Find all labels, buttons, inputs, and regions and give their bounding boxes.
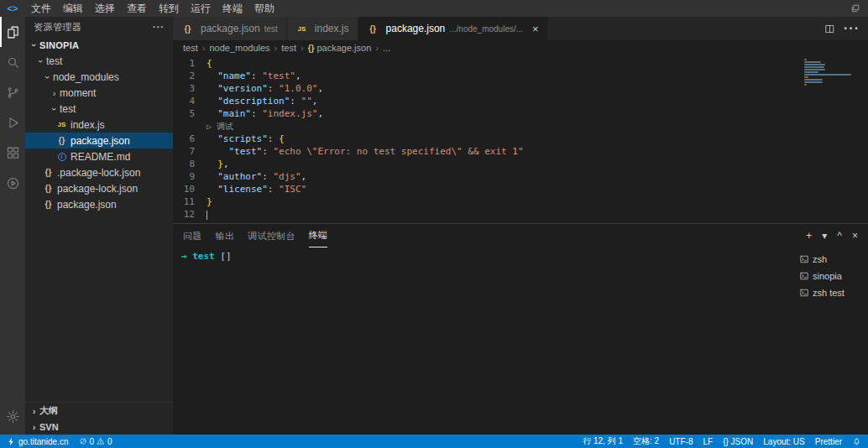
restore-window-icon[interactable]	[843, 3, 868, 13]
tree-item[interactable]: ›test	[25, 53, 173, 69]
tree-item-label: package.json	[57, 199, 117, 211]
maximize-panel-icon[interactable]: ^	[837, 230, 842, 242]
tree-item[interactable]: {}package.json	[25, 196, 173, 212]
panel-tab[interactable]: 终端	[309, 224, 328, 247]
close-panel-icon[interactable]: ×	[852, 230, 858, 242]
status-item[interactable]: UTF-8	[669, 437, 693, 446]
status-item[interactable]: Layout: US	[763, 437, 804, 446]
code-line[interactable]: 5 "main": "index.js",	[173, 107, 868, 120]
status-item[interactable]: 空格: 2	[633, 435, 659, 447]
tab-hint: .../node_modules/...	[449, 24, 523, 34]
explorer-sidebar: 资源管理器 ··· ›SINOPIA›test›node_modules›mom…	[25, 17, 173, 435]
menu-item[interactable]: 选择	[89, 3, 121, 14]
menu-item[interactable]: 查看	[121, 3, 153, 14]
search-icon[interactable]	[0, 47, 25, 77]
code-line[interactable]: 12	[173, 208, 868, 221]
panel-tab[interactable]: 调试控制台	[248, 224, 295, 247]
tree-item[interactable]: {}package.json	[25, 133, 173, 148]
source-control-icon[interactable]	[0, 77, 25, 107]
breadcrumb-item[interactable]: ...	[383, 43, 390, 53]
readme-info-icon: i	[55, 153, 68, 161]
code-line[interactable]: 10 "license": "ISC"	[173, 183, 868, 195]
breadcrumb-item[interactable]: {}package.json	[308, 43, 372, 53]
code-line[interactable]: 8 },	[173, 158, 868, 170]
tree-item[interactable]: {}package-lock.json	[25, 180, 173, 196]
tab[interactable]: {}package.json.../node_modules/...×	[358, 17, 548, 40]
status-item[interactable]: 行 12, 列 1	[583, 435, 623, 447]
run-debug-icon[interactable]	[0, 107, 25, 138]
menu-item[interactable]: 运行	[185, 3, 217, 14]
code-line[interactable]: 2 "name": "test",	[173, 70, 868, 82]
breadcrumb-separator-icon: ›	[375, 43, 379, 53]
menu-item[interactable]: 文件	[25, 3, 57, 14]
terminal-list-label: sinopia	[813, 271, 842, 281]
code-line[interactable]: 4 "description": "",	[173, 95, 868, 107]
line-number: 7	[173, 145, 207, 158]
tree-item[interactable]: ›moment	[25, 85, 173, 101]
status-item[interactable]: {} JSON	[723, 437, 753, 446]
panel-tab[interactable]: 输出	[216, 224, 235, 247]
new-terminal-icon[interactable]: +	[806, 230, 812, 242]
sidebar-actions-icon[interactable]: ···	[153, 22, 165, 32]
code-line[interactable]: 7 "test": "echo \"Error: no test specifi…	[173, 145, 868, 158]
code-line[interactable]: 11}	[173, 195, 868, 208]
close-tab-icon[interactable]: ×	[532, 23, 539, 35]
terminal-list-item[interactable]: zsh test	[796, 284, 868, 301]
tree-item[interactable]: JSindex.js	[25, 117, 173, 133]
terminal-icon	[799, 271, 809, 281]
panel-tab[interactable]: 问题	[183, 224, 202, 247]
run-circle-icon[interactable]	[0, 168, 25, 198]
text-cursor	[207, 211, 207, 220]
notifications-bell-icon[interactable]	[852, 437, 861, 446]
line-number: 6	[173, 133, 207, 145]
code-line[interactable]: 3 "version": "1.0.0",	[173, 82, 868, 95]
menu-item[interactable]: 编辑	[57, 3, 89, 14]
code-line[interactable]: 6 "scripts": {	[173, 133, 868, 145]
code-line[interactable]: 1{	[173, 57, 868, 70]
terminal[interactable]: → test []	[173, 247, 796, 435]
tree-item[interactable]: iREADME.md	[25, 148, 173, 164]
breadcrumb-item[interactable]: test	[183, 43, 198, 53]
menu-item[interactable]: 帮助	[248, 3, 280, 14]
split-editor-icon[interactable]	[824, 23, 835, 34]
sidebar-section[interactable]: ›SVN	[25, 419, 173, 435]
line-number: 1	[173, 57, 207, 70]
tree-item[interactable]: {}.package-lock.json	[25, 164, 173, 180]
panel-header: 问题输出调试控制台终端 +▾^×	[173, 224, 868, 247]
breadcrumb-item[interactable]: test	[281, 43, 296, 53]
line-number: 2	[173, 70, 207, 82]
tab[interactable]: {}package.jsontest	[173, 17, 287, 40]
minimap[interactable]	[804, 59, 856, 86]
settings-icon[interactable]	[0, 401, 25, 431]
status-item[interactable]: LF	[703, 437, 713, 446]
tree-item[interactable]: ›node_modules	[25, 69, 173, 85]
editor[interactable]: 1{2 "name": "test",3 "version": "1.0.0",…	[173, 55, 868, 223]
tab-label: package.json	[201, 23, 260, 34]
sidebar-section[interactable]: ›大纲	[25, 403, 173, 419]
tree-item[interactable]: ›test	[25, 101, 173, 117]
menu-item[interactable]: 终端	[217, 3, 248, 14]
editor-group: {}package.jsontestJSindex.js{}package.js…	[173, 17, 868, 435]
terminal-list-item[interactable]: zsh	[796, 251, 868, 268]
chevron-down-icon: ›	[29, 39, 39, 50]
tab-label: package.json	[386, 23, 446, 34]
remote-indicator[interactable]: go.titanide.cn	[7, 437, 69, 446]
line-number: 5	[173, 107, 207, 120]
tree-item-label: test	[60, 103, 76, 115]
terminal-list-item[interactable]: sinopia	[796, 268, 868, 284]
breadcrumb-item[interactable]: node_modules	[209, 43, 269, 53]
menu-item[interactable]: 转到	[153, 3, 185, 14]
status-item[interactable]: Prettier	[815, 437, 842, 446]
explorer-icon[interactable]	[0, 17, 25, 47]
line-number: 12	[173, 208, 207, 221]
extensions-icon[interactable]	[0, 138, 25, 168]
codelens-action[interactable]: ▷ 调试	[207, 120, 233, 133]
terminal-dropdown-icon[interactable]: ▾	[822, 230, 827, 242]
codelens-row[interactable]: ▷ 调试	[173, 120, 868, 133]
problems-status[interactable]: 00	[79, 437, 112, 446]
tab-bar: {}package.jsontestJSindex.js{}package.js…	[173, 17, 868, 40]
editor-actions-icon[interactable]: ···	[844, 21, 860, 36]
tree-item[interactable]: ›SINOPIA	[25, 37, 173, 53]
code-line[interactable]: 9 "author": "djs",	[173, 170, 868, 183]
tab[interactable]: JSindex.js	[287, 17, 358, 40]
